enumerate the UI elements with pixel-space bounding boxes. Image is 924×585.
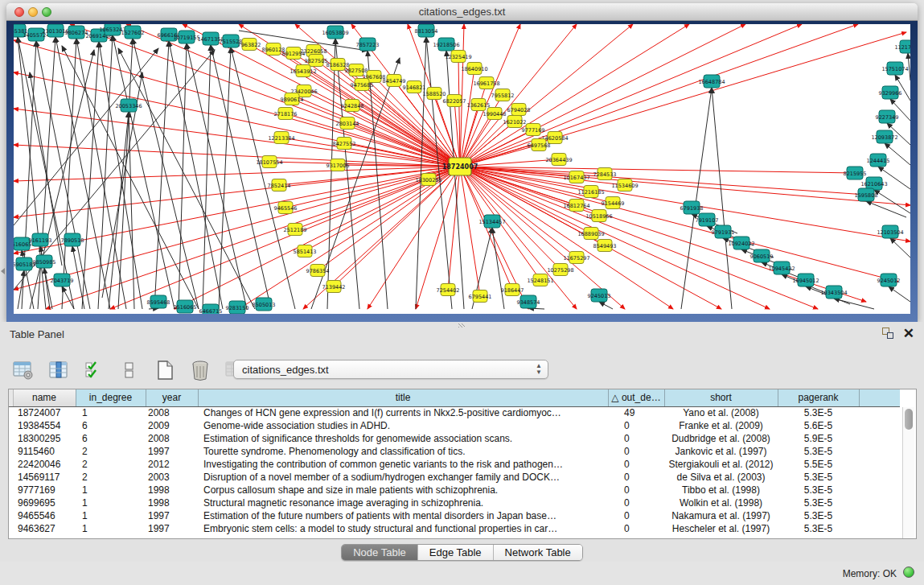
graph-node[interactable]: 8427552 [333,138,356,150]
cell-outde[interactable]: 0 [608,445,664,458]
graph-node[interactable]: 8505013 [253,298,276,311]
graph-node[interactable]: 7139442 [322,281,346,293]
cell-outde[interactable]: 0 [608,509,664,522]
table-row[interactable]: 2242004622012Investigating the contribut… [9,458,900,471]
graph-node[interactable]: 7852414 [268,179,291,192]
graph-node[interactable]: 7254402 [437,284,460,296]
graph-node[interactable]: 9283150 [226,301,249,314]
cell-outde[interactable]: 0 [608,419,664,432]
column-header-title[interactable]: title [198,389,608,406]
table-row[interactable]: 1456911722003Disruption of a novel membe… [9,471,900,484]
graph-node[interactable]: 11675297 [563,252,589,264]
cell-title[interactable]: Genome-wide association studies in ADHD. [198,419,608,432]
cell-name[interactable]: 9465546 [13,509,76,522]
cell-outde[interactable]: 0 [608,496,664,509]
cell-outde[interactable]: 0 [608,484,664,496]
table-row[interactable]: 1872400712008Changes of HCN gene express… [9,406,900,419]
cell-short[interactable]: Tibbo et al. (1998) [664,484,778,496]
graph-node[interactable]: 9060519 [750,249,774,262]
cell-pagerank[interactable]: 5.3E-5 [778,471,859,484]
cell-name[interactable]: 22420046 [13,458,76,471]
cell-year[interactable]: 2003 [146,471,198,484]
graph-node[interactable]: 2803144 [336,117,359,130]
cell-year[interactable]: 2008 [146,406,198,419]
graph-node[interactable]: 1621022 [503,116,527,128]
table-row[interactable]: 969969511998Structural magnetic resonanc… [9,496,900,509]
window-titlebar[interactable]: citations_edges.txt [6,3,918,21]
graph-node[interactable]: 6822057 [443,95,466,107]
graph-node[interactable]: 1990448 [483,108,507,120]
column-header-name[interactable]: name [13,389,76,406]
graph-node[interactable]: 16961758 [473,77,499,89]
cell-indegree[interactable]: 6 [76,419,146,432]
graph-node[interactable]: 2043719 [51,274,74,286]
cell-title[interactable]: Estimation of significance thresholds fo… [198,432,608,445]
cell-indegree[interactable]: 1 [76,522,146,535]
graph-node[interactable]: 20053346 [115,99,142,112]
graph-node[interactable]: 18640910 [461,63,487,75]
graph-node[interactable]: 16648784 [698,75,725,88]
cell-title[interactable]: Structural magnetic resonance image aver… [198,496,608,509]
table-select-dropdown[interactable]: citations_edges.txt ▲▼ [233,360,548,379]
column-header-indegree[interactable]: in_degree [76,389,146,406]
graph-node[interactable]: 11534609 [611,179,638,192]
graph-node[interactable]: 9786354 [306,265,330,277]
table-header-row[interactable]: namein_degreeyeartitle△ out_de…shortpage… [9,389,900,406]
cell-short[interactable]: Wolkin et al. (1998) [664,496,778,509]
graph-node[interactable]: 7955812 [491,89,515,101]
table-settings-icon[interactable] [11,358,35,382]
cell-name[interactable]: 9777169 [13,484,76,496]
cell-year[interactable]: 2012 [146,458,198,471]
table-row[interactable]: 1938455462009Genome-wide association stu… [9,419,900,432]
graph-node[interactable]: 9161193 [29,233,52,246]
cell-title[interactable]: Disruption of a novel member of a sodium… [198,471,608,484]
cell-short[interactable]: Franke et al. (2009) [664,419,778,432]
graph-node[interactable]: 10924022 [728,237,754,249]
cell-indegree[interactable]: 2 [76,458,146,471]
table-row[interactable]: 1830029562008Estimation of significance … [9,432,900,445]
memory-ok-icon[interactable] [903,566,914,578]
tab-network-table[interactable]: Network Table [494,545,582,560]
graph-node[interactable]: 15751074 [881,62,908,75]
graph-node[interactable]: 9227349 [876,110,899,123]
cell-short[interactable]: Stergiakouli et al. (2012) [664,458,778,471]
cell-name[interactable]: 18300295 [13,432,76,445]
cell-pagerank[interactable]: 5.3E-5 [778,509,859,522]
cell-year[interactable]: 1997 [146,522,198,535]
graph-node[interactable]: 9245012 [877,274,901,286]
graph-node[interactable]: 20364439 [545,154,572,166]
graph-node[interactable]: 16053809 [322,26,348,39]
graph-node[interactable]: 2718176 [274,108,298,120]
graph-node[interactable]: 8215955 [844,167,867,179]
graph-node[interactable]: 7919107 [696,213,719,226]
column-header-year[interactable]: year [146,389,198,406]
cell-pagerank[interactable]: 5.3E-5 [778,406,859,419]
graph-node[interactable]: 11217433 [894,40,910,53]
close-panel-icon[interactable]: ✕ [903,325,914,342]
network-canvas[interactable]: 2055381914055724230130169806274206914061… [14,24,910,314]
graph-node[interactable]: 1595808 [855,188,878,201]
cell-year[interactable]: 1997 [146,445,198,458]
cell-year[interactable]: 1998 [146,496,198,509]
graph-node[interactable]: 9154469 [602,197,625,209]
panel-resize-grip[interactable] [458,323,465,328]
graph-node[interactable]: 16889039 [577,228,604,240]
graph-node[interactable]: 9465546 [274,202,298,214]
cell-title[interactable]: Tourette syndrome. Phenomenology and cla… [198,445,608,458]
cell-pagerank[interactable]: 5.6E-5 [778,419,859,432]
cell-year[interactable]: 1997 [146,509,198,522]
cell-short[interactable]: Dudbridge et al. (2008) [664,432,778,445]
cell-name[interactable]: 9115460 [13,445,76,458]
graph-node[interactable]: 7857223 [356,38,380,51]
graph-node[interactable]: 9348574 [517,295,540,308]
graph-node[interactable]: 6466715 [199,304,223,314]
tab-node-table[interactable]: Node Table [342,545,418,560]
graph-node[interactable]: 7890518 [61,233,84,246]
graph-node[interactable]: 9791931 [712,225,735,238]
cell-indegree[interactable]: 2 [76,471,146,484]
cell-title[interactable]: Embryonic stem cells: a model to study s… [198,522,608,535]
graph-node[interactable]: 19218506 [433,38,459,51]
cell-short[interactable]: Jankovic et al. (1997) [664,445,778,458]
cell-pagerank[interactable]: 5.3E-5 [778,484,859,496]
graph-node[interactable]: 12093872 [871,130,897,143]
